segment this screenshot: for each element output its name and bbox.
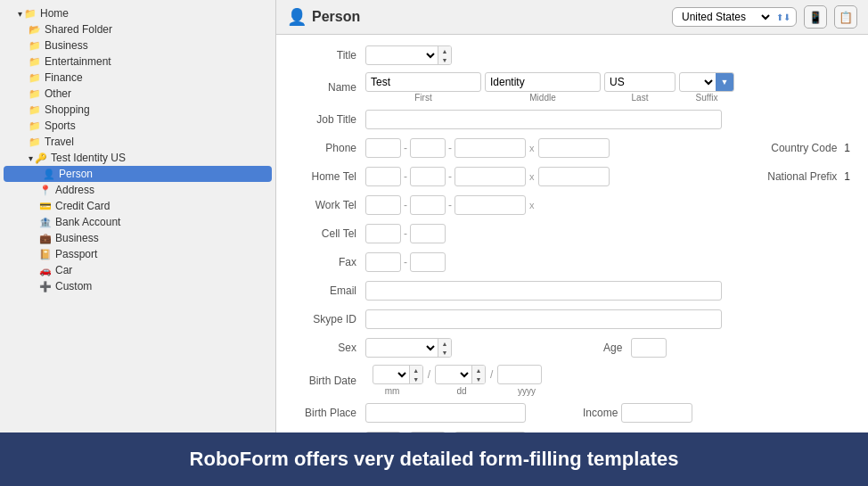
cell-tel-label: Cell Tel [285,227,365,240]
banner-text: RoboForm offers very detailed form-filli… [190,448,679,471]
sex-up-arrow[interactable]: ▲ [438,339,451,348]
cell-tel-sep1: - [403,227,408,240]
sidebar-item-address[interactable]: 📍 Address [0,182,275,198]
home-tel-sep1: - [403,170,408,183]
sex-stepper[interactable]: Male Female ▲ ▼ [365,338,452,358]
birth-mm-up[interactable]: ▲ [410,366,422,375]
skype-label: Skype ID [285,313,365,325]
home-tel-number-input[interactable] [454,167,526,186]
tablet-icon-btn[interactable]: 📱 [804,5,827,29]
name-last-input[interactable] [604,72,676,92]
sidebar-item-passport[interactable]: 📔 Passport [0,246,275,262]
sidebar-item-other[interactable]: 📁 Other [0,86,275,102]
home-tel-area-input[interactable] [365,167,401,186]
birth-mm-arrows: ▲ ▼ [409,366,422,383]
copy-icon-btn[interactable]: 📋 [834,5,857,29]
sidebar-item-person[interactable]: 👤 Person [4,166,272,182]
birth-yyyy-input[interactable] [497,365,542,384]
birth-dd-select[interactable] [436,366,471,383]
phone-area-input[interactable] [365,138,401,158]
skype-input[interactable] [365,309,722,329]
sex-down-arrow[interactable]: ▼ [438,348,451,357]
title-fields: Mr. Mrs. Ms. Dr. ▲ ▼ [365,45,850,65]
birth-mm-select[interactable]: 01020304 05060708 09101112 [373,366,409,383]
sidebar-item-sports[interactable]: 📁 Sports [0,118,275,134]
phone-number-input[interactable] [454,138,526,158]
sidebar-item-business[interactable]: 📁 Business [0,37,275,54]
sidebar-item-credit-card[interactable]: 💳 Credit Card [0,198,275,214]
national-prefix-label: National Prefix [767,170,837,183]
sidebar-item-finance[interactable]: 📁 Finance [0,70,275,86]
phone-x-btn[interactable]: x [528,143,536,153]
name-label: Name [285,81,365,94]
sidebar-item-entertainment[interactable]: 📁 Entertainment [0,54,275,70]
main-content: ▾ 📁 Home 📂 Shared Folder 📁 Business 📁 En… [0,0,868,432]
home-tel-ext-input[interactable] [538,167,610,186]
cell-tel-area-input[interactable] [365,224,401,243]
sidebar-item-test-identity-us[interactable]: ▾ 🔑 Test Identity US [0,150,275,166]
phone-ext-input[interactable] [538,138,610,158]
folder-icon: 📁 [29,120,41,132]
birth-dd-up[interactable]: ▲ [472,366,485,375]
age-input[interactable] [631,338,667,358]
job-title-row: Job Title [285,108,850,131]
title-row: Title Mr. Mrs. Ms. Dr. ▲ [285,44,850,67]
birth-dd-arrows: ▲ ▼ [471,366,485,383]
sidebar-item-car[interactable]: 🚗 Car [0,262,275,278]
income-input[interactable] [621,403,692,423]
fax-area-input[interactable] [365,252,401,272]
name-suffix-sublabel: Suffix [696,93,718,103]
sidebar-item-business2[interactable]: 💼 Business [0,230,275,246]
suffix-select[interactable]: Jr. Sr. II [680,75,716,89]
title-down-arrow[interactable]: ▼ [438,55,451,64]
passport-icon: 📔 [39,249,52,260]
page-title: Person [312,9,360,25]
phone-prefix-input[interactable] [410,138,446,158]
work-tel-prefix-input[interactable] [410,195,446,215]
name-middle-input[interactable] [485,72,601,92]
title-select[interactable]: Mr. Mrs. Ms. Dr. [366,46,438,64]
job-title-fields [365,110,850,129]
email-row: Email [285,279,850,302]
sidebar-item-custom[interactable]: ➕ Custom [0,278,275,294]
sidebar-item-shared-folder[interactable]: 📂 Shared Folder [0,21,275,37]
skype-fields [365,309,850,329]
address-icon: 📍 [39,185,52,196]
birth-mm-stepper[interactable]: 01020304 05060708 09101112 ▲ ▼ [373,365,423,384]
title-stepper[interactable]: Mr. Mrs. Ms. Dr. ▲ ▼ [365,45,452,65]
country-select[interactable]: United States United Kingdom Canada Aust… [678,10,773,24]
folder-icon: 📁 [29,56,41,68]
sex-select[interactable]: Male Female [366,339,438,357]
phone-fields: - - x [365,138,764,158]
job-title-input[interactable] [365,110,722,129]
fax-prefix-input[interactable] [410,252,446,272]
sidebar-item-bank-account[interactable]: 🏦 Bank Account [0,214,275,230]
birth-place-input[interactable] [365,403,526,423]
country-select-wrapper[interactable]: United States United Kingdom Canada Aust… [672,7,797,27]
sidebar-item-home[interactable]: ▾ 📁 Home [0,5,275,21]
work-tel-number-input[interactable] [454,195,526,215]
work-tel-sep2: - [447,199,453,211]
sidebar-item-travel[interactable]: 📁 Travel [0,134,275,150]
person-icon: 👤 [43,169,55,180]
title-up-arrow[interactable]: ▲ [438,46,451,55]
folder-icon: 📁 [29,136,41,148]
age-label: Age [603,342,622,354]
name-first-input[interactable] [365,72,481,92]
email-input[interactable] [365,281,722,301]
suffix-arrow-btn[interactable]: ▼ [716,72,733,92]
birth-dd-stepper[interactable]: ▲ ▼ [435,365,486,384]
phone-label: Phone [285,142,365,154]
work-tel-sep1: - [403,199,408,211]
birth-dd-down[interactable]: ▼ [472,375,485,383]
phone-sep2: - [447,142,453,154]
work-tel-x-btn[interactable]: x [528,200,536,210]
sidebar-item-shopping[interactable]: 📁 Shopping [0,102,275,118]
income-label: Income [583,407,618,419]
home-tel-x-btn[interactable]: x [528,171,536,182]
suffix-select-wrapper[interactable]: Jr. Sr. II ▼ [679,72,734,92]
home-tel-prefix-input[interactable] [410,167,446,186]
work-tel-area-input[interactable] [365,195,401,215]
birth-mm-down[interactable]: ▼ [410,375,422,383]
cell-tel-prefix-input[interactable] [410,224,446,243]
